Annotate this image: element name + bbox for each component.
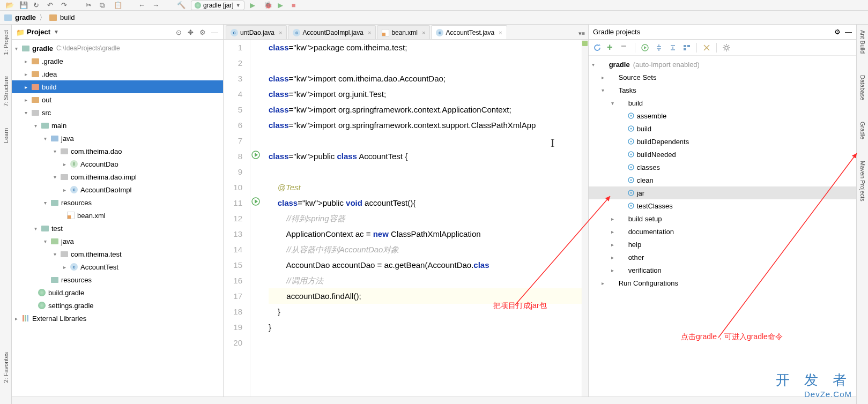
hide-icon[interactable]: —	[211, 28, 219, 36]
tree-row-beanxml[interactable]: bean.xml	[12, 209, 223, 222]
tab-structure[interactable]: 7: Structure	[3, 76, 9, 107]
refresh-icon[interactable]	[593, 43, 602, 52]
gradle-task-buildneeded[interactable]: buildNeeded	[589, 148, 856, 161]
gutter-run-icon[interactable]	[251, 197, 260, 206]
tree-row-pkg-dao-impl[interactable]: ▾com.itheima.dao.impl	[12, 170, 223, 183]
gradle-task-testclasses[interactable]: testClasses	[589, 199, 856, 212]
tree-row-build[interactable]: ▸build	[12, 80, 223, 93]
gradle-row-source-sets[interactable]: ▸ Source Sets	[589, 71, 856, 84]
tree-row-root[interactable]: ▾ gradle C:\IdeaProjects\gradle	[12, 42, 223, 55]
tree-row-build-gradle[interactable]: build.gradle	[12, 286, 223, 299]
forward-icon[interactable]: →	[152, 1, 161, 10]
gradle-row-help[interactable]: ▸ help	[589, 238, 856, 251]
refresh-icon[interactable]: ↻	[33, 1, 42, 10]
expand-all-icon[interactable]	[655, 43, 663, 52]
tree-row-ext-libs[interactable]: ▸External Libraries	[12, 312, 223, 325]
project-tree: ▾ gradle C:\IdeaProjects\gradle ▸.gradle…	[12, 40, 223, 404]
library-icon	[23, 315, 29, 321]
gradle-row-build-group[interactable]: ▾ build	[589, 96, 856, 109]
undo-icon[interactable]: ↶	[47, 1, 56, 10]
tab-learn[interactable]: Learn	[3, 128, 9, 143]
gradle-row-other[interactable]: ▸ other	[589, 251, 856, 264]
close-icon[interactable]: ×	[499, 29, 502, 36]
breadcrumb-current[interactable]: build	[60, 13, 75, 21]
gutter-run-icon[interactable]	[251, 151, 260, 159]
breadcrumb-root[interactable]: gradle	[15, 13, 36, 21]
close-icon[interactable]: ×	[368, 29, 371, 36]
hide-icon[interactable]: —	[845, 28, 852, 36]
tab-gradle[interactable]: Gradle	[859, 122, 866, 139]
tree-row-resources[interactable]: ▾resources	[12, 196, 223, 209]
locate-icon[interactable]: ✥	[188, 28, 195, 36]
coverage-icon[interactable]: ▶	[278, 1, 286, 10]
tree-row-settings-gradle[interactable]: settings.gradle	[12, 299, 223, 312]
editor-tab[interactable]: cuntDao.java×	[226, 25, 287, 39]
gradle-task-builddependents[interactable]: buildDependents	[589, 135, 856, 148]
gear-icon[interactable]: ⚙	[199, 28, 207, 36]
gradle-task-assemble[interactable]: assemble	[589, 109, 856, 122]
editor-tab[interactable]: bean.xml×	[377, 25, 430, 39]
debug-icon[interactable]: 🐞	[264, 1, 272, 10]
gradle-task-clean[interactable]: clean	[589, 174, 856, 186]
tree-row-src[interactable]: ▾src	[12, 106, 223, 119]
gradle-row-tasks[interactable]: ▾ Tasks	[589, 84, 856, 96]
add-icon[interactable]: +	[607, 43, 615, 52]
gradle-row-runconfigs[interactable]: ▸ Run Configurations	[589, 276, 856, 289]
folder-icon	[49, 14, 57, 21]
redo-icon[interactable]: ↷	[61, 1, 70, 10]
execute-icon[interactable]	[641, 43, 649, 52]
tree-row-java[interactable]: ▾java	[12, 132, 223, 145]
tree-row-pkg-test[interactable]: ▾com.itheima.test	[12, 248, 223, 260]
collapse-all-icon[interactable]	[669, 43, 677, 52]
close-icon[interactable]: ×	[422, 29, 425, 36]
build-icon[interactable]: 🔨	[177, 1, 186, 10]
chevron-down-icon[interactable]: ▼	[54, 29, 59, 35]
tree-row-test[interactable]: ▾test	[12, 222, 223, 235]
gear-icon[interactable]: ⚙	[834, 28, 841, 36]
gradle-task-classes[interactable]: classes	[589, 161, 856, 174]
tab-database[interactable]: Database	[859, 75, 866, 100]
gradle-row-verification[interactable]: ▸ verification	[589, 264, 856, 276]
run-icon[interactable]: ▶	[250, 1, 258, 10]
run-config-combo[interactable]: gradle [jar] ▼	[191, 1, 244, 10]
tree-row-pkg-dao[interactable]: ▾com.itheima.dao	[12, 145, 223, 158]
editor-tab[interactable]: cAccountDaoImpl.java×	[288, 25, 376, 39]
tree-row-test-resources[interactable]: resources	[12, 273, 223, 286]
tab-maven[interactable]: Maven Projects	[859, 161, 866, 201]
open-icon[interactable]: 📂	[5, 1, 14, 10]
offline-icon[interactable]	[702, 43, 711, 52]
gradle-task-build[interactable]: build	[589, 122, 856, 135]
code-content[interactable]: class="kw">package com.itheima.test; cla…	[261, 40, 582, 404]
tree-row-test-java[interactable]: ▾java	[12, 235, 223, 248]
gradle-row-root[interactable]: ▾ gradle(auto-import enabled)	[589, 58, 856, 71]
save-icon[interactable]: 💾	[19, 1, 28, 10]
tree-row-dotgradle[interactable]: ▸.gradle	[12, 55, 223, 68]
tree-row-out[interactable]: ▸out	[12, 93, 223, 106]
editor-tab-active[interactable]: cAccountTest.java×	[431, 25, 507, 39]
tab-favorites[interactable]: 2: Favorites	[3, 352, 9, 383]
settings-icon[interactable]	[722, 43, 731, 52]
tab-ant-build[interactable]: Ant Build	[859, 30, 866, 54]
collapse-icon[interactable]: ⊙	[176, 28, 183, 36]
gradle-task-jar[interactable]: jar	[589, 186, 856, 199]
gradle-row-buildsetup[interactable]: ▸ build setup	[589, 212, 856, 225]
tree-row-dotidea[interactable]: ▸.idea	[12, 68, 223, 80]
group-icon[interactable]	[682, 43, 691, 52]
tree-row-main[interactable]: ▾main	[12, 119, 223, 132]
editor-body[interactable]: 1234567891011121314151617181920 class="k…	[224, 40, 588, 404]
copy-icon[interactable]: ⧉	[100, 1, 108, 10]
paste-icon[interactable]: 📋	[114, 1, 122, 10]
stop-icon[interactable]: ■	[292, 1, 300, 10]
tab-project[interactable]: 1: Project	[3, 30, 9, 55]
editor-tabs-actions[interactable]: ▾≡	[578, 30, 588, 39]
tree-row-accounttest[interactable]: ▸cAccountTest	[12, 260, 223, 273]
text-cursor-icon: I	[551, 135, 554, 151]
back-icon[interactable]: ←	[138, 1, 147, 10]
tree-row-accountdaoimpl[interactable]: ▸cAccountDaoImpl	[12, 183, 223, 196]
close-icon[interactable]: ×	[279, 29, 282, 36]
remove-icon[interactable]: −	[621, 43, 629, 52]
cut-icon[interactable]: ✂	[86, 1, 94, 10]
tree-row-accountdao[interactable]: ▸IAccountDao	[12, 158, 223, 170]
gradle-row-documentation[interactable]: ▸ documentation	[589, 225, 856, 238]
svg-point-22	[630, 205, 632, 207]
